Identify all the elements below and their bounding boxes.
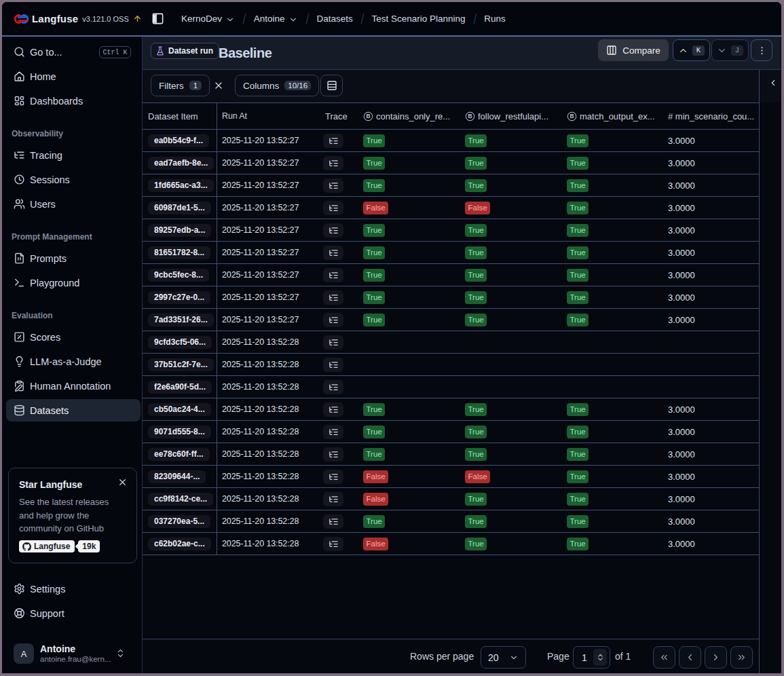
svg-text:B: B [468,113,472,119]
svg-text:B: B [366,113,370,119]
svg-text:B: B [570,113,574,119]
